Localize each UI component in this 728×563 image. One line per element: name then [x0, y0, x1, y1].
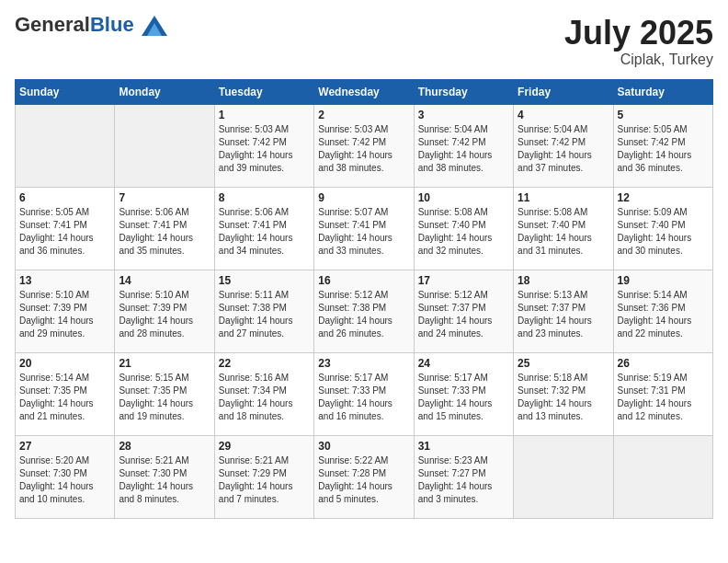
sunset-time: Sunset: 7:30 PM	[19, 468, 87, 478]
daylight-hours: Daylight: 14 hours and 13 minutes.	[518, 398, 592, 421]
sunset-time: Sunset: 7:30 PM	[119, 468, 187, 478]
sunrise-time: Sunrise: 5:14 AM	[19, 373, 89, 383]
calendar-cell: 5Sunrise: 5:05 AMSunset: 7:42 PMDaylight…	[613, 104, 712, 187]
sunrise-time: Sunrise: 5:06 AM	[219, 207, 289, 217]
calendar-week-3: 13Sunrise: 5:10 AMSunset: 7:39 PMDayligh…	[16, 270, 713, 352]
sunrise-time: Sunrise: 5:23 AM	[418, 455, 488, 465]
daylight-hours: Daylight: 14 hours and 10 minutes.	[19, 481, 94, 504]
day-info: Sunrise: 5:05 AMSunset: 7:42 PMDaylight:…	[618, 123, 709, 175]
day-info: Sunrise: 5:17 AMSunset: 7:33 PMDaylight:…	[418, 372, 509, 423]
day-number: 14	[119, 274, 210, 287]
sunset-time: Sunset: 7:41 PM	[119, 220, 187, 230]
calendar-body: 1Sunrise: 5:03 AMSunset: 7:42 PMDaylight…	[16, 104, 713, 518]
logo-general-text: General	[15, 13, 90, 36]
sunset-time: Sunset: 7:35 PM	[119, 385, 187, 396]
sunrise-time: Sunrise: 5:03 AM	[219, 124, 289, 134]
calendar-cell: 9Sunrise: 5:07 AMSunset: 7:41 PMDaylight…	[314, 187, 414, 270]
month-year: July 2025	[564, 15, 713, 52]
calendar-cell	[613, 435, 712, 518]
calendar-cell	[115, 104, 214, 187]
day-number: 23	[318, 357, 409, 370]
day-info: Sunrise: 5:13 AMSunset: 7:37 PMDaylight:…	[518, 289, 609, 340]
col-tuesday: Tuesday	[214, 79, 313, 104]
calendar-cell: 7Sunrise: 5:06 AMSunset: 7:41 PMDaylight…	[115, 187, 214, 270]
day-info: Sunrise: 5:03 AMSunset: 7:42 PMDaylight:…	[219, 123, 310, 175]
day-info: Sunrise: 5:09 AMSunset: 7:40 PMDaylight:…	[618, 206, 709, 258]
daylight-hours: Daylight: 14 hours and 36 minutes.	[618, 150, 692, 173]
col-monday: Monday	[115, 79, 214, 104]
daylight-hours: Daylight: 14 hours and 32 minutes.	[418, 233, 493, 256]
calendar-cell: 20Sunrise: 5:14 AMSunset: 7:35 PMDayligh…	[16, 352, 115, 435]
day-info: Sunrise: 5:11 AMSunset: 7:38 PMDaylight:…	[219, 289, 310, 340]
day-number: 27	[19, 440, 110, 453]
calendar-cell: 4Sunrise: 5:04 AMSunset: 7:42 PMDaylight…	[514, 104, 613, 187]
calendar-week-5: 27Sunrise: 5:20 AMSunset: 7:30 PMDayligh…	[16, 435, 713, 518]
day-number: 29	[219, 440, 310, 453]
day-number: 31	[418, 440, 509, 453]
daylight-hours: Daylight: 14 hours and 24 minutes.	[418, 316, 493, 339]
day-info: Sunrise: 5:15 AMSunset: 7:35 PMDaylight:…	[119, 372, 210, 423]
day-number: 7	[119, 191, 210, 204]
day-info: Sunrise: 5:14 AMSunset: 7:35 PMDaylight:…	[19, 372, 110, 423]
sunset-time: Sunset: 7:28 PM	[318, 468, 386, 478]
sunrise-time: Sunrise: 5:05 AM	[19, 207, 89, 217]
day-info: Sunrise: 5:04 AMSunset: 7:42 PMDaylight:…	[418, 123, 509, 175]
sunset-time: Sunset: 7:37 PM	[518, 303, 586, 313]
sunset-time: Sunset: 7:34 PM	[219, 385, 287, 396]
daylight-hours: Daylight: 14 hours and 38 minutes.	[318, 150, 392, 173]
daylight-hours: Daylight: 14 hours and 3 minutes.	[418, 481, 493, 504]
sunrise-time: Sunrise: 5:14 AM	[618, 290, 688, 300]
day-info: Sunrise: 5:23 AMSunset: 7:27 PMDaylight:…	[418, 454, 509, 506]
sunrise-time: Sunrise: 5:18 AM	[518, 373, 587, 383]
calendar-cell: 27Sunrise: 5:20 AMSunset: 7:30 PMDayligh…	[16, 435, 115, 518]
day-info: Sunrise: 5:10 AMSunset: 7:39 PMDaylight:…	[119, 289, 210, 340]
day-number: 10	[418, 191, 509, 204]
day-number: 26	[618, 357, 709, 370]
sunrise-time: Sunrise: 5:08 AM	[418, 207, 488, 217]
sunset-time: Sunset: 7:29 PM	[219, 468, 287, 478]
day-info: Sunrise: 5:20 AMSunset: 7:30 PMDaylight:…	[19, 454, 110, 506]
sunset-time: Sunset: 7:41 PM	[318, 220, 386, 230]
col-friday: Friday	[514, 79, 613, 104]
sunrise-time: Sunrise: 5:10 AM	[19, 290, 89, 300]
day-number: 9	[318, 191, 409, 204]
daylight-hours: Daylight: 14 hours and 31 minutes.	[518, 233, 592, 256]
sunset-time: Sunset: 7:42 PM	[518, 137, 586, 147]
day-info: Sunrise: 5:19 AMSunset: 7:31 PMDaylight:…	[618, 372, 709, 423]
calendar-cell: 15Sunrise: 5:11 AMSunset: 7:38 PMDayligh…	[214, 270, 313, 352]
daylight-hours: Daylight: 14 hours and 12 minutes.	[618, 398, 692, 421]
sunset-time: Sunset: 7:36 PM	[618, 303, 686, 313]
col-saturday: Saturday	[613, 79, 712, 104]
calendar-cell: 2Sunrise: 5:03 AMSunset: 7:42 PMDaylight…	[314, 104, 414, 187]
day-number: 20	[19, 357, 110, 370]
daylight-hours: Daylight: 14 hours and 5 minutes.	[318, 481, 392, 504]
day-info: Sunrise: 5:17 AMSunset: 7:33 PMDaylight:…	[318, 372, 409, 423]
daylight-hours: Daylight: 14 hours and 8 minutes.	[119, 481, 193, 504]
calendar-week-2: 6Sunrise: 5:05 AMSunset: 7:41 PMDaylight…	[16, 187, 713, 270]
day-info: Sunrise: 5:06 AMSunset: 7:41 PMDaylight:…	[119, 206, 210, 258]
day-number: 24	[418, 357, 509, 370]
day-info: Sunrise: 5:22 AMSunset: 7:28 PMDaylight:…	[318, 454, 409, 506]
header-row: Sunday Monday Tuesday Wednesday Thursday…	[16, 79, 713, 104]
sunset-time: Sunset: 7:41 PM	[219, 220, 287, 230]
day-info: Sunrise: 5:08 AMSunset: 7:40 PMDaylight:…	[418, 206, 509, 258]
day-number: 2	[318, 109, 409, 121]
daylight-hours: Daylight: 14 hours and 36 minutes.	[19, 233, 94, 256]
calendar-cell: 12Sunrise: 5:09 AMSunset: 7:40 PMDayligh…	[613, 187, 712, 270]
sunrise-time: Sunrise: 5:21 AM	[119, 455, 188, 465]
daylight-hours: Daylight: 14 hours and 23 minutes.	[518, 316, 592, 339]
sunrise-time: Sunrise: 5:03 AM	[318, 124, 388, 134]
day-number: 19	[618, 274, 709, 287]
col-sunday: Sunday	[16, 79, 115, 104]
logo: GeneralBlue	[15, 15, 167, 36]
daylight-hours: Daylight: 14 hours and 34 minutes.	[219, 233, 293, 256]
day-info: Sunrise: 5:05 AMSunset: 7:41 PMDaylight:…	[19, 206, 110, 258]
day-number: 6	[19, 191, 110, 204]
month-title: July 2025 Ciplak, Turkey	[564, 15, 713, 68]
daylight-hours: Daylight: 14 hours and 29 minutes.	[19, 316, 94, 339]
sunrise-time: Sunrise: 5:19 AM	[618, 373, 688, 383]
daylight-hours: Daylight: 14 hours and 33 minutes.	[318, 233, 392, 256]
calendar-cell: 23Sunrise: 5:17 AMSunset: 7:33 PMDayligh…	[314, 352, 414, 435]
sunset-time: Sunset: 7:39 PM	[19, 303, 87, 313]
sunset-time: Sunset: 7:31 PM	[618, 385, 686, 396]
